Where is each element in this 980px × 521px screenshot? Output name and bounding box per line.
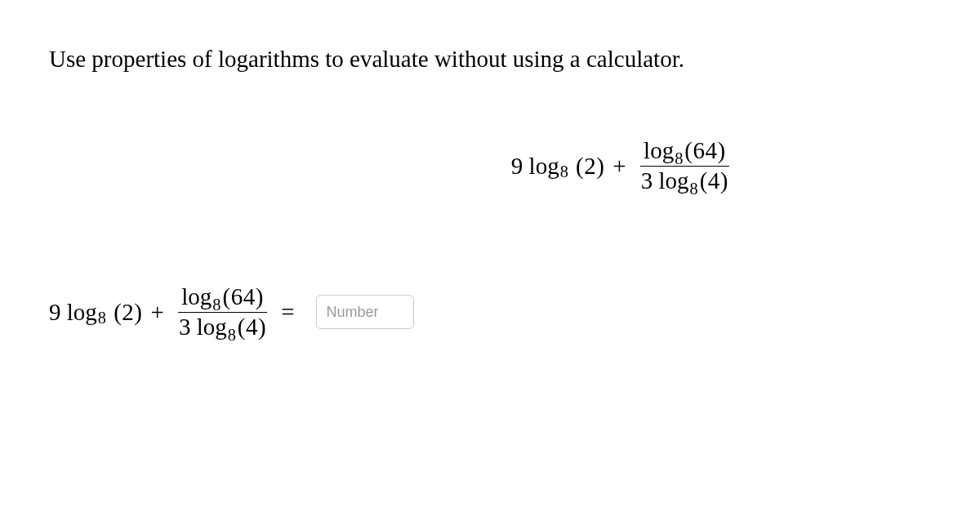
- first-log-term: 9 log8 (2): [511, 153, 605, 180]
- problem-expression: 9 log8 (2) + log8(64) 3 log8(4): [49, 138, 931, 194]
- answer-row: 9 log8 (2) + log8(64) 3 log8(4) =: [49, 284, 931, 341]
- answer-input[interactable]: [316, 295, 414, 329]
- answer-fraction: log8(64) 3 log8(4): [176, 284, 270, 341]
- answer-plus-sign: +: [151, 299, 164, 326]
- coef-9: 9: [511, 153, 523, 180]
- fraction: log8(64) 3 log8(4): [638, 138, 732, 194]
- arg-2: (2): [576, 153, 604, 180]
- fraction-numerator: log8(64): [640, 138, 729, 167]
- log-base: 8: [560, 163, 568, 181]
- answer-first-log-term: 9 log8 (2): [49, 299, 143, 326]
- log-word: log: [529, 153, 559, 180]
- equals-sign: =: [281, 299, 294, 326]
- instruction-text: Use properties of logarithms to evaluate…: [49, 46, 931, 73]
- fraction-denominator: 3 log8(4): [638, 167, 732, 194]
- answer-expression: 9 log8 (2) + log8(64) 3 log8(4) =: [49, 284, 303, 341]
- plus-sign: +: [612, 153, 626, 180]
